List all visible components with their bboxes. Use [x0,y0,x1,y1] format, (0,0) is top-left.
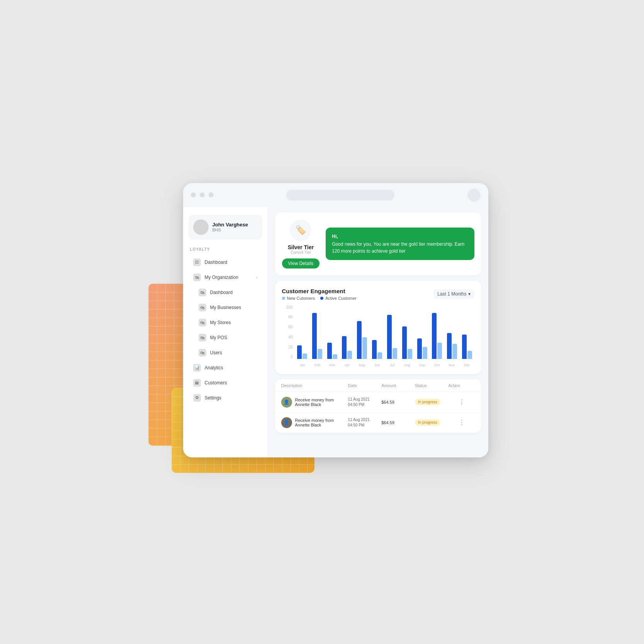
nav-icon-sub-dashboard: 🛍 [199,289,206,296]
bar-group-6 [385,305,399,359]
col-header-amount: Amount [381,383,415,388]
nav-container: ⊡ Dashboard 🛍 My Organization › 🛍 Dashbo… [183,255,268,406]
bar-light-7 [408,349,412,359]
tx-text-0: Receive money from Annette Black [295,398,334,407]
chart-legend: New Cutomers Active Customer [282,296,357,301]
chart-filter-button[interactable]: Last 1 Months ▾ [433,289,474,299]
tier-message-greeting: Hi, [332,233,468,240]
main-content: 🏷️ Silver Tier Current Tier View Details… [268,207,488,457]
table-row: 👤 Receive money from Annette Black 11 Au… [275,413,481,433]
bar-dark-6 [387,315,392,359]
bar-group-5 [370,305,384,359]
chart-area: 100 80 60 40 20 0 JanFebMarAprMayJunJulA… [282,305,474,367]
user-info: John Varghese BHS [212,222,248,232]
sidebar-item-analytics[interactable]: 📊 Analytics [186,360,265,375]
table-card: Description Date Amount Status Action 👤 … [275,379,481,433]
sidebar-item-my-stores[interactable]: 🛍 My Stores [186,315,265,330]
x-label-jul: Jul [385,363,400,367]
tier-card: 🏷️ Silver Tier Current Tier View Details… [275,212,481,275]
user-org: BHS [212,228,248,232]
title-bar [183,183,488,207]
x-label-jan: Jan [295,363,310,367]
bar-group-3 [340,305,354,359]
bar-group-7 [400,305,414,359]
tx-label-0: Receive money from [295,398,334,402]
action-button-1[interactable]: ⋮ [448,419,475,426]
cell-amount-0: $64.59 [381,400,415,404]
content-area: John Varghese BHS LOYALTY ⊡ Dashboard 🛍 … [183,207,488,457]
bar-light-3 [347,351,352,359]
bar-group-0 [295,305,309,359]
cell-amount-1: $64.59 [381,420,415,425]
nav-icon-customers: 🏛 [193,379,201,387]
tier-icon: 🏷️ [296,225,306,235]
sidebar-item-customers[interactable]: 🏛 Customers [186,376,265,390]
bar-group-2 [325,305,339,359]
nav-label-my-organization: My Organization [205,275,238,280]
cell-date-0: 11 Aug 202104:50 PM [348,397,382,408]
x-label-mar: Mar [325,363,340,367]
bar-light-4 [362,337,367,359]
bar-dark-9 [432,313,437,359]
bar-light-1 [318,349,322,359]
nav-icon-my-stores: 🛍 [199,319,206,326]
bar-dark-0 [297,345,302,359]
table-body: 👤 Receive money from Annette Black 11 Au… [275,392,481,433]
sidebar-item-sub-dashboard[interactable]: 🛍 Dashboard [186,285,265,300]
tier-name: Silver Tier [288,244,314,250]
traffic-light-green [209,192,214,197]
tier-label: Current Tier [291,250,311,255]
y-label-100: 100 [282,305,293,309]
legend-active-customers: Active Customer [320,296,357,301]
bar-light-2 [333,354,337,359]
cell-status-1: In progress [415,419,449,426]
nav-label-analytics: Analytics [205,365,223,370]
sidebar-item-my-businesses[interactable]: 🛍 My Businesses [186,300,265,315]
view-details-button[interactable]: View Details [282,258,320,268]
loyalty-label: LOYALTY [183,246,268,255]
sidebar-item-dashboard[interactable]: ⊡ Dashboard [186,255,265,270]
bar-light-10 [452,344,457,359]
bar-group-10 [445,305,459,359]
sidebar-item-my-organization[interactable]: 🛍 My Organization › [186,270,265,285]
tier-message: Hi, Good news for you, You are near the … [326,228,474,260]
chart-x-labels: JanFebMarAprMayJunJulAugSepOctNovDec [295,363,474,367]
cell-desc-0: 👤 Receive money from Annette Black [281,397,348,408]
x-label-dec: Dec [459,363,474,367]
y-label-40: 40 [282,335,293,339]
y-label-80: 80 [282,315,293,319]
col-header-description: Description [281,383,348,388]
tier-icon-wrap: 🏷️ [290,219,311,241]
bar-light-0 [302,353,307,359]
bar-light-5 [377,352,382,359]
status-badge-0: In progress [415,399,440,405]
legend-label-active: Active Customer [325,296,357,301]
nav-label-settings: Settings [205,395,221,401]
y-label-0: 0 [282,355,293,359]
chevron-down-icon: ▾ [468,291,471,297]
search-bar[interactable] [286,190,394,201]
bar-group-11 [460,305,474,359]
avatar [193,219,209,235]
sidebar-item-my-pos[interactable]: 🛍 My POS [186,330,265,345]
cell-desc-1: 👤 Receive money from Annette Black [281,417,348,428]
traffic-light-yellow [200,192,205,197]
bar-dark-5 [372,340,377,359]
nav-icon-analytics: 📊 [193,364,201,372]
bar-group-4 [355,305,369,359]
bar-light-8 [423,347,427,359]
bar-dark-10 [447,333,452,359]
y-label-20: 20 [282,345,293,349]
nav-icon-my-organization: 🛍 [193,274,201,281]
sidebar-item-settings[interactable]: ⚙ Settings [186,391,265,405]
tx-avatar-1: 👤 [281,417,292,428]
profile-avatar-header[interactable] [467,189,481,202]
sidebar-item-users[interactable]: 🛍 Users [186,345,265,360]
chart-card: Customer Engagement New Cutomers Active … [275,281,481,374]
x-label-nov: Nov [444,363,459,367]
nav-icon-my-businesses: 🛍 [199,304,206,311]
action-button-0[interactable]: ⋮ [448,398,475,406]
tx-name-1: Annette Black [295,423,334,427]
col-header-action: Action [448,383,475,388]
chart-header-left: Customer Engagement New Cutomers Active … [282,288,357,301]
